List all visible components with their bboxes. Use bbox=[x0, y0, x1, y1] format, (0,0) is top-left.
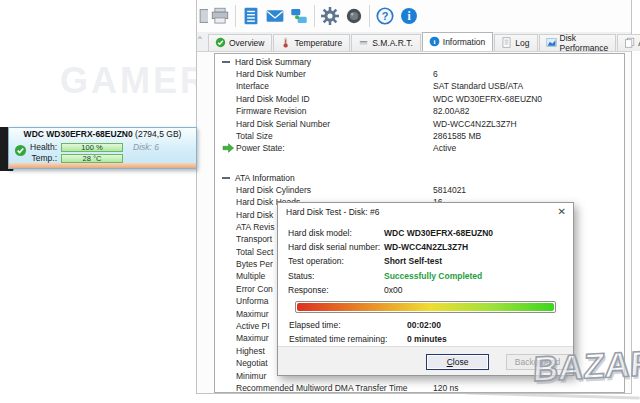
info-row-label-text: Total Sect bbox=[236, 247, 273, 257]
info-row-label-text: Transport bbox=[236, 234, 272, 244]
info-row-value: 2861585 MB bbox=[433, 130, 624, 142]
close-button[interactable]: Close bbox=[426, 354, 489, 370]
settings-gear-icon bbox=[321, 7, 339, 25]
info-row-label: Recommended Multiword DMA Transfer Time bbox=[236, 382, 433, 393]
section-header[interactable]: ATA Information bbox=[215, 170, 624, 184]
dialog-row-value: Short Self-test bbox=[384, 254, 563, 268]
dialog-row: Hard disk model:WDC WD30EFRX-68EUZN0 bbox=[288, 226, 563, 240]
settings-gear-button[interactable] bbox=[318, 4, 342, 28]
dialog-row-value: 0x00 bbox=[384, 283, 563, 297]
scroll-up-arrow[interactable]: ^ bbox=[198, 34, 202, 43]
tab-log[interactable]: Log bbox=[494, 34, 537, 51]
info-row-label: Hard Disk Number bbox=[236, 68, 433, 80]
info-row: InterfaceSAT Standard USB/ATA bbox=[215, 80, 624, 92]
log-doc-icon bbox=[501, 37, 512, 48]
tab-temperature[interactable]: Temperature bbox=[273, 34, 350, 51]
thermometer-icon bbox=[280, 37, 291, 48]
clipped-icon bbox=[199, 7, 208, 25]
tab-information[interactable]: iInformation bbox=[422, 32, 494, 51]
help-button[interactable]: ? bbox=[373, 4, 397, 28]
info-circle-icon: i bbox=[429, 36, 440, 47]
network-button[interactable] bbox=[287, 4, 311, 28]
tab-disk-performance[interactable]: Disk Performance bbox=[539, 34, 617, 51]
disk-number-label: Disk: 6 bbox=[133, 142, 159, 152]
info-icon: i bbox=[400, 7, 418, 25]
tab-label: Temperature bbox=[294, 38, 342, 48]
info-button[interactable]: i bbox=[397, 4, 421, 28]
chart-icon bbox=[546, 37, 557, 48]
tab-s-m-a-r-t[interactable]: S.M.A.R.T. bbox=[351, 34, 421, 51]
dialog-row: Response:0x00 bbox=[288, 283, 563, 297]
tab-label: Log bbox=[515, 38, 529, 48]
elapsed-time-label: Elapsed time: bbox=[289, 318, 407, 332]
estimated-remaining-value: 0 minutes bbox=[407, 332, 562, 346]
dialog-row: Test operation:Short Self-test bbox=[288, 254, 563, 268]
close-icon[interactable]: ✕ bbox=[558, 206, 566, 217]
dialog-row-label: Test operation: bbox=[288, 254, 384, 268]
info-row-value: WDC WD30EFRX-68EUZN0 bbox=[433, 93, 624, 105]
info-row: Firmware Revision82.00A82 bbox=[215, 105, 624, 117]
check-circle-icon bbox=[14, 144, 27, 157]
info-row-label-text: Hard Disk Number bbox=[236, 69, 306, 79]
info-row-label: Hard Disk Cylinders bbox=[236, 184, 433, 196]
info-row-label-text: Unforma bbox=[236, 296, 269, 306]
toolbar-separator bbox=[235, 5, 236, 27]
elapsed-time-value: 00:02:00 bbox=[407, 318, 562, 332]
test-progress-bar bbox=[295, 301, 556, 313]
info-row-label-text: ATA Revis bbox=[236, 222, 274, 232]
tab-alerts[interactable]: Alerts bbox=[617, 34, 640, 51]
info-row-value: 82.00A82 bbox=[433, 105, 624, 117]
info-row-label-text: Multiple bbox=[236, 271, 265, 281]
info-row-label-text: Hard Disk Model ID bbox=[236, 94, 310, 104]
info-row-label-text: Error Con bbox=[236, 284, 273, 294]
estimated-remaining-row: Estimated time remaining:0 minutes bbox=[288, 332, 563, 346]
collapse-minus-icon[interactable] bbox=[222, 177, 230, 179]
gamer-watermark: GAMER bbox=[60, 60, 209, 102]
health-ok-icon bbox=[14, 144, 27, 159]
estimated-remaining-label: Estimated time remaining: bbox=[289, 332, 407, 346]
info-row-label-text: Total Size bbox=[236, 131, 273, 141]
acoustic-button[interactable] bbox=[342, 4, 366, 28]
mail-icon bbox=[266, 7, 284, 25]
toolbar-separator bbox=[369, 5, 370, 27]
section-header[interactable]: Hard Disk Summary bbox=[215, 54, 624, 68]
mail-button[interactable] bbox=[263, 4, 287, 28]
clipped-toolbar-icon[interactable] bbox=[199, 4, 208, 28]
device-capacity: (2794,5 GB) bbox=[133, 129, 182, 139]
info-row-label-text: Bytes Per bbox=[236, 259, 273, 269]
toolbar-separator bbox=[314, 5, 315, 27]
check-circle-icon bbox=[215, 37, 226, 48]
info-row-value: Active bbox=[433, 142, 624, 154]
collapse-minus-icon[interactable] bbox=[222, 61, 230, 63]
network-icon bbox=[290, 7, 308, 25]
help-icon: ? bbox=[376, 7, 394, 25]
info-row: Power State:Active bbox=[215, 142, 624, 154]
dialog-row-label: Status: bbox=[288, 269, 384, 283]
temp-bar: 28 °C bbox=[61, 154, 123, 163]
printer-button[interactable] bbox=[208, 4, 232, 28]
tab-overview[interactable]: Overview bbox=[208, 34, 272, 51]
info-row-label-text: Active PI bbox=[236, 321, 270, 331]
info-row: Hard Disk Serial NumberWD-WCC4N2ZL3Z7H bbox=[215, 118, 624, 130]
info-row-label-text: Minimur bbox=[236, 371, 266, 381]
dialog-title: Hard Disk Test - Disk: #6 bbox=[278, 203, 573, 221]
pages-icon bbox=[624, 37, 635, 48]
info-row-value: 6 bbox=[433, 68, 624, 80]
device-model: WDC WD30EFRX-68EUZN0 bbox=[24, 129, 133, 139]
report-button[interactable] bbox=[239, 4, 263, 28]
test-progress-fill bbox=[297, 303, 554, 311]
elapsed-time-row: Elapsed time:00:02:00 bbox=[288, 318, 563, 332]
panel-bottom-strip bbox=[9, 163, 196, 168]
dialog-row: Hard disk serial number:WD-WCC4N2ZL3Z7H bbox=[288, 240, 563, 254]
dialog-row-label: Hard disk model: bbox=[288, 226, 384, 240]
section-title: ATA Information bbox=[235, 173, 295, 183]
toolbar: ?i bbox=[197, 0, 631, 32]
device-status-panel[interactable]: WDC WD30EFRX-68EUZN0 (2794,5 GB) Health:… bbox=[8, 127, 197, 169]
report-icon bbox=[242, 7, 260, 25]
info-row-label: Hard Disk Serial Number bbox=[236, 118, 433, 130]
info-row-label-text: Hard Disk Serial Number bbox=[236, 119, 330, 129]
info-row-value: 5814021 bbox=[433, 184, 624, 196]
info-row: Hard Disk Cylinders5814021 bbox=[215, 184, 624, 196]
health-bar: 100 % bbox=[61, 143, 123, 152]
info-row: Total Size2861585 MB bbox=[215, 130, 624, 142]
